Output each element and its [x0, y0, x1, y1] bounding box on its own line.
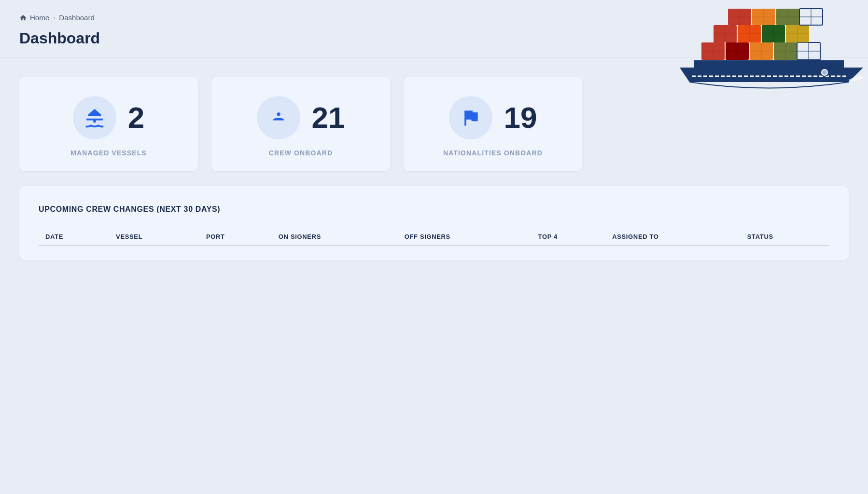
nationalities-label: NATIONALITIES ONBOARD [443, 149, 543, 157]
flag-icon [460, 107, 481, 128]
ship-illustration [665, 0, 868, 101]
nationalities-icon-circle [449, 96, 492, 139]
breadcrumb-current: Dashboard [59, 14, 94, 22]
stat-card-managed-vessels: 2 MANAGED VESSELS [19, 77, 198, 171]
stat-top-vessels: 2 [73, 96, 144, 139]
vessels-icon-circle [73, 96, 116, 139]
table-header-row: DATE VESSEL PORT ON SIGNERS OFF SIGNERS … [39, 228, 829, 246]
col-status: STATUS [741, 228, 829, 246]
breadcrumb-home-label: Home [30, 14, 49, 22]
vessels-count: 2 [128, 103, 144, 133]
page-wrapper: Home › Dashboard Dashboard [0, 0, 868, 494]
stat-card-crew-onboard: 21 CREW ONBOARD [211, 77, 390, 171]
stat-card-nationalities: 19 NATIONALITIES ONBOARD [404, 77, 582, 171]
col-port: PORT [199, 228, 272, 246]
home-icon [19, 14, 27, 22]
crew-changes-title: UPCOMING CREW CHANGES (NEXT 30 DAYS) [39, 205, 829, 214]
nationalities-count: 19 [504, 103, 537, 133]
header-area: Home › Dashboard Dashboard [0, 0, 868, 57]
svg-point-41 [822, 70, 827, 75]
crew-icon-circle [257, 96, 300, 139]
person-icon [268, 107, 289, 128]
col-date: DATE [39, 228, 109, 246]
breadcrumb-separator: › [53, 14, 55, 21]
col-on-signers: ON SIGNERS [272, 228, 398, 246]
stat-top-nationalities: 19 [449, 96, 537, 139]
vessels-label: MANAGED VESSELS [70, 149, 147, 157]
svg-rect-0 [694, 60, 844, 68]
crew-label: CREW ONBOARD [269, 149, 333, 157]
col-assigned-to: ASSIGNED TO [605, 228, 741, 246]
col-vessel: VESSEL [109, 228, 199, 246]
crew-count: 21 [312, 103, 345, 133]
col-off-signers: OFF SIGNERS [398, 228, 532, 246]
stat-top-crew: 21 [257, 96, 345, 139]
ship-icon [84, 107, 105, 128]
col-top4: TOP 4 [532, 228, 606, 246]
breadcrumb-home[interactable]: Home [19, 14, 49, 22]
crew-changes-table: DATE VESSEL PORT ON SIGNERS OFF SIGNERS … [39, 228, 829, 246]
crew-changes-section: UPCOMING CREW CHANGES (NEXT 30 DAYS) DAT… [19, 186, 849, 261]
ship-svg [665, 0, 868, 101]
